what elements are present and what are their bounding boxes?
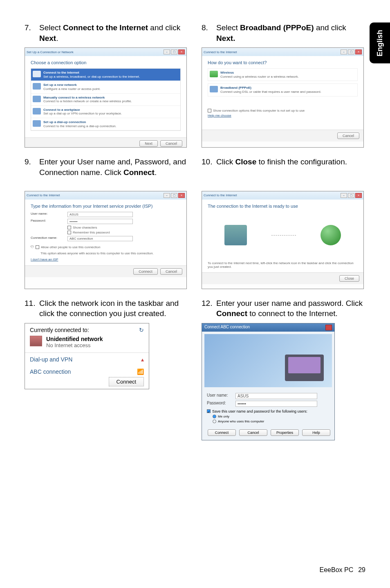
dialog-heading: Choose a connection option	[31, 60, 181, 65]
screenshot-isp-info: Connect to the Internet –▢× Type the inf…	[25, 191, 187, 289]
page-footer: EeeBox PC29	[319, 566, 365, 574]
connect-button[interactable]: Connect	[208, 429, 236, 436]
no-isp-link[interactable]: I don't have an ISP	[31, 258, 58, 261]
properties-button[interactable]: Properties	[271, 429, 299, 436]
network-name: Unidentified network	[46, 336, 103, 342]
checkbox-icon[interactable]: ✓	[207, 409, 211, 413]
network-status: No Internet access	[46, 342, 103, 348]
globe-icon	[33, 71, 41, 77]
connection-line	[271, 235, 296, 236]
step-10: 10. Click Close to finish the configurat…	[202, 157, 364, 167]
close-icon[interactable]: ×	[355, 49, 362, 54]
refresh-icon[interactable]: ↻	[139, 327, 144, 333]
screenshot-ready: Connect to the Internet –▢× The connecti…	[202, 191, 364, 289]
username-input[interactable]: ASUS	[235, 393, 317, 399]
next-button[interactable]: Next	[139, 140, 158, 147]
connection-graphic	[204, 334, 332, 387]
window-title: Connect to the Internet	[27, 193, 60, 197]
option-connect-internet[interactable]: Connect to the InternetSet up a wireless…	[31, 69, 180, 81]
language-tab: English	[370, 22, 390, 63]
close-icon[interactable]: ×	[355, 193, 362, 198]
dialog-title: Connect ABC connection	[204, 325, 250, 330]
flyout-header: Currently connected to:	[30, 327, 89, 333]
connect-button[interactable]: Connect	[133, 268, 158, 275]
network-status-icon	[30, 336, 42, 346]
option-dialup[interactable]: Set up a dial-up connectionConnect to th…	[31, 118, 180, 130]
globe-icon	[321, 225, 341, 245]
cancel-button[interactable]: Cancel	[239, 429, 267, 436]
network-flyout: Currently connected to: ↻ Unidentified n…	[25, 323, 149, 389]
cancel-button[interactable]: Cancel	[160, 268, 182, 275]
step-11: 11. Click the network icon in the taskba…	[25, 298, 187, 319]
close-button[interactable]: Close	[339, 275, 359, 282]
step-12: 12. Enter your user name and password. C…	[202, 298, 364, 319]
window-title: Connect to the Internet	[204, 50, 237, 54]
max-icon[interactable]: ▢	[348, 49, 354, 54]
close-icon[interactable]	[325, 325, 332, 330]
min-icon[interactable]: –	[164, 49, 170, 54]
window-title: Connect to the Internet	[204, 193, 237, 197]
step-9: 9. Enter your User name and, Password, a…	[25, 157, 187, 177]
checkbox-icon[interactable]	[36, 245, 39, 249]
dialog-heading: Type the information from your Internet …	[31, 204, 181, 209]
router-icon	[33, 83, 41, 90]
option-workplace[interactable]: Connect to a workplaceSet up a dial-up o…	[31, 106, 180, 118]
dial-connect-dialog: Connect ABC connection User name:ASUS Pa…	[202, 323, 335, 440]
step-7: 7. Select Connect to the Internet and cl…	[25, 22, 187, 43]
help-button[interactable]: Help	[302, 429, 330, 436]
radio-icon[interactable]	[213, 415, 216, 418]
help-link[interactable]: Help me choose	[208, 114, 231, 117]
dialog-heading: The connection to the Internet is ready …	[208, 204, 358, 209]
option-wireless[interactable]: WirelessConnect using a wireless router …	[208, 68, 358, 81]
password-input[interactable]: •••••••	[67, 219, 133, 224]
section-label: Dial-up and VPN	[30, 356, 72, 363]
screenshot-how-connect: Connect to the Internet – ▢ × How do you…	[202, 47, 364, 148]
cancel-button[interactable]: Cancel	[160, 140, 182, 147]
cancel-button[interactable]: Cancel	[337, 132, 359, 139]
checkbox-icon[interactable]	[208, 109, 211, 112]
connection-item[interactable]: ABC connection 📶	[25, 366, 149, 377]
signal-icon: 📶	[137, 368, 144, 375]
connection-name-input[interactable]: ABC connection	[67, 236, 133, 241]
phone-icon	[33, 120, 41, 127]
building-icon	[33, 108, 41, 114]
checkbox-icon[interactable]	[67, 226, 71, 229]
signal-icon	[210, 71, 218, 77]
screenshot-choose-connection: Set Up a Connection or Network – ▢ × Cho…	[25, 47, 187, 148]
close-icon[interactable]: ×	[178, 49, 185, 54]
connect-button[interactable]: Connect	[109, 377, 144, 386]
option-broadband[interactable]: Broadband (PPPoE)Connect using DSL or ca…	[208, 83, 358, 96]
laptop-icon	[285, 355, 324, 381]
collapse-icon[interactable]: ▴	[141, 356, 144, 363]
pc-icon	[224, 225, 247, 245]
option-manual-wireless[interactable]: Manually connect to a wireless networkCo…	[31, 94, 180, 106]
close-icon[interactable]: ×	[178, 193, 185, 198]
max-icon[interactable]: ▢	[171, 49, 177, 54]
dialog-heading: How do you want to connect?	[208, 60, 358, 65]
modem-icon	[210, 86, 218, 92]
window-title: Set Up a Connection or Network	[27, 50, 74, 54]
option-new-network[interactable]: Set up a new networkConfigure a new rout…	[31, 81, 180, 93]
min-icon[interactable]: –	[341, 49, 347, 54]
wireless-icon	[33, 96, 41, 102]
password-input[interactable]: ••••••	[235, 401, 317, 407]
checkbox-icon[interactable]	[67, 231, 71, 234]
username-input[interactable]: ASUS	[67, 212, 133, 217]
radio-icon[interactable]	[213, 420, 216, 423]
step-8: 8. Select Broadband (PPPoE) and click Ne…	[202, 22, 364, 43]
